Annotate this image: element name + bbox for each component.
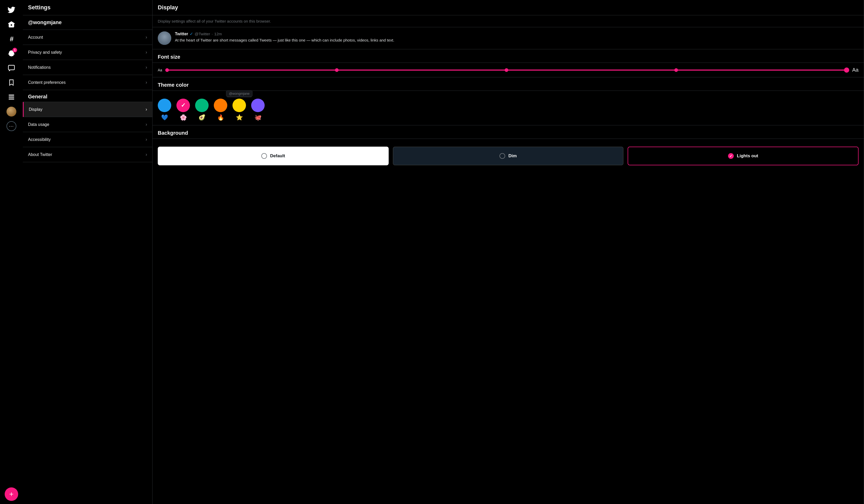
nav-item-lists[interactable] [5, 90, 18, 104]
color-option-orange[interactable]: 🔥 [214, 99, 227, 121]
settings-item-label: Display [29, 107, 42, 112]
color-option-yellow[interactable]: @wongmjane ⭐ @wongmjane [232, 99, 246, 121]
lists-icon [8, 94, 15, 101]
color-grid: 💙 ✓ 🌸 🥑 🔥 @wongmjane [158, 99, 859, 121]
settings-item-label: Notifications [28, 65, 51, 70]
color-option-blue[interactable]: 💙 [158, 99, 171, 121]
background-section: Default Dim ✓ Lights out [153, 139, 864, 169]
chevron-right-icon: › [146, 107, 147, 112]
background-option-default[interactable]: Default [158, 147, 389, 165]
color-circle-orange [214, 99, 227, 112]
verified-badge-icon: ✓ [190, 32, 193, 36]
tweet-content: Twitter ✓ @Twitter · 12m At the heart of… [175, 32, 859, 45]
color-emoji-green: 🥑 [199, 114, 205, 121]
tweet-avatar [158, 32, 171, 45]
font-size-section: Aa Aa [153, 63, 864, 77]
settings-item-label: Account [28, 35, 43, 40]
tweet-handle: @Twitter [195, 32, 210, 36]
settings-item-label: Data usage [28, 122, 49, 127]
chevron-right-icon: › [146, 80, 147, 85]
settings-item-account[interactable]: Account › [23, 30, 152, 45]
color-emoji-blue: 💙 [161, 114, 168, 121]
tweet-meta: Twitter ✓ @Twitter · 12m [175, 32, 859, 36]
color-circle-green [195, 99, 208, 112]
notification-badge: 1 [12, 48, 17, 52]
font-size-slider[interactable] [165, 68, 849, 73]
explore-icon: # [10, 35, 13, 43]
color-option-pink[interactable]: ✓ 🌸 [177, 99, 190, 121]
color-circle-yellow [232, 99, 246, 112]
chevron-right-icon: › [146, 64, 147, 70]
slider-dots [165, 68, 849, 73]
general-section-label: General [23, 90, 152, 102]
radio-default [261, 153, 267, 159]
tweet-time: · [212, 32, 213, 36]
settings-header: Settings [23, 0, 152, 15]
settings-item-display[interactable]: Display › [23, 102, 152, 117]
settings-item-content[interactable]: Content preferences › [23, 75, 152, 90]
settings-item-notifications[interactable]: Notifications › [23, 60, 152, 75]
background-section-title: Background [153, 125, 864, 139]
chevron-right-icon: › [146, 35, 147, 40]
radio-check-icon: ✓ [729, 154, 732, 158]
settings-item-label: About Twitter [28, 152, 52, 157]
settings-account: @wongmjane [23, 15, 152, 30]
color-option-purple[interactable]: 🐙 [251, 99, 265, 121]
color-emoji-purple: 🐙 [254, 114, 262, 121]
compose-button[interactable]: + [5, 488, 18, 501]
nav-item-bookmarks[interactable] [5, 76, 18, 89]
settings-item-data[interactable]: Data usage › [23, 117, 152, 132]
bookmark-icon [8, 79, 15, 86]
twitter-logo[interactable] [5, 3, 18, 16]
slider-dot-3 [505, 68, 508, 72]
nav-item-more[interactable]: ··· [5, 119, 18, 133]
display-header: Display [153, 0, 864, 15]
svg-rect-2 [9, 99, 14, 100]
chevron-right-icon: › [146, 152, 147, 157]
svg-rect-0 [9, 95, 14, 96]
background-option-lights-out[interactable]: ✓ Lights out [628, 147, 859, 165]
slider-dot-5 [844, 68, 849, 73]
username-tooltip: @wongmjane [226, 90, 252, 97]
more-icon: ··· [7, 121, 16, 131]
chevron-right-icon: › [146, 122, 147, 127]
slider-track [165, 70, 849, 71]
nav-item-profile[interactable] [5, 105, 18, 118]
background-options: Default Dim ✓ Lights out [158, 147, 859, 165]
slider-dot-4 [674, 68, 678, 72]
color-circle-purple [251, 99, 265, 112]
font-size-section-title: Font size [153, 49, 864, 63]
settings-item-privacy[interactable]: Privacy and safety › [23, 45, 152, 60]
radio-dim [500, 153, 505, 159]
display-subtitle: Display settings affect all of your Twit… [153, 15, 864, 27]
background-label-default: Default [270, 153, 285, 158]
nav-item-explore[interactable]: # [5, 32, 18, 46]
color-emoji-pink: 🌸 [180, 114, 187, 121]
display-content: Display Display settings affect all of y… [153, 0, 864, 504]
tweet-name: Twitter [175, 32, 188, 36]
slider-dot-1 [165, 68, 169, 72]
font-size-large-label: Aa [852, 67, 859, 73]
background-label-dim: Dim [508, 153, 517, 158]
message-icon [8, 64, 15, 72]
avatar [7, 107, 16, 117]
background-label-lights-out: Lights out [737, 153, 758, 158]
home-icon [8, 21, 15, 28]
color-emoji-orange: 🔥 [217, 114, 224, 121]
tweet-text: At the heart of Twitter are short messag… [175, 37, 859, 43]
twitter-bird-icon [8, 6, 15, 14]
settings-item-accessibility[interactable]: Accessibility › [23, 132, 152, 147]
color-option-green[interactable]: 🥑 [195, 99, 208, 121]
left-navigation: # 1 ··· + [0, 0, 23, 504]
color-circle-pink: ✓ [177, 99, 190, 112]
tweet-preview: Twitter ✓ @Twitter · 12m At the heart of… [153, 27, 864, 49]
nav-item-notifications[interactable]: 1 [5, 47, 18, 60]
nav-item-messages[interactable] [5, 61, 18, 75]
color-circle-blue [158, 99, 171, 112]
svg-rect-1 [9, 97, 14, 98]
tweet-timestamp: 12m [214, 32, 222, 36]
slider-dot-2 [335, 68, 339, 72]
settings-item-about[interactable]: About Twitter › [23, 147, 152, 162]
background-option-dim[interactable]: Dim [393, 147, 624, 165]
nav-item-home[interactable] [5, 17, 18, 31]
